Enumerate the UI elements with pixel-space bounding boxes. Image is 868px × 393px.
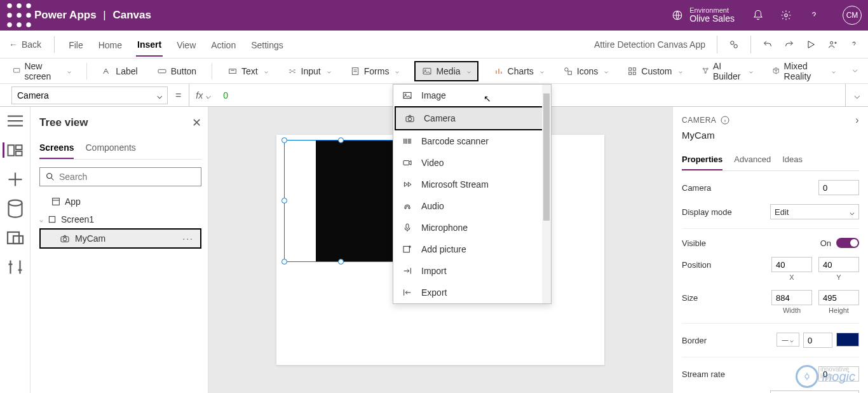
dropdown-scrollbar[interactable] <box>542 85 551 303</box>
menu-view[interactable]: View <box>175 32 197 56</box>
prop-border-style[interactable]: — ⌵ <box>776 333 799 347</box>
play-preview-icon[interactable] <box>806 39 816 50</box>
tree-item-mycam[interactable]: MyCam ··· <box>39 228 201 249</box>
rail-hamburger[interactable] <box>4 113 27 128</box>
chevron-down-icon[interactable]: ⌵ <box>205 90 210 100</box>
scrollbar-thumb[interactable] <box>543 93 550 221</box>
app-launcher-button[interactable] <box>6 0 32 31</box>
prop-border-color[interactable] <box>836 333 859 347</box>
resize-handle-n[interactable] <box>338 137 344 143</box>
brand-right: Canvas <box>113 9 151 21</box>
prop-stream-rate-input[interactable] <box>818 366 859 382</box>
redo-icon[interactable] <box>784 39 794 50</box>
divider <box>54 36 55 53</box>
svg-point-0 <box>7 3 12 8</box>
prop-camera-input[interactable] <box>818 180 859 195</box>
property-selector[interactable]: Camera ⌵ <box>11 86 168 104</box>
svg-rect-44 <box>406 224 409 228</box>
tab-screens[interactable]: Screens <box>39 136 74 159</box>
tab-ideas[interactable]: Ideas <box>782 149 803 170</box>
prop-size-height[interactable] <box>818 290 859 305</box>
charts-dropdown[interactable]: Charts <box>490 64 548 79</box>
forms-dropdown[interactable]: Forms <box>346 64 403 79</box>
prop-tooltip: Tooltip <box>682 390 859 393</box>
media-item-add-picture[interactable]: Add picture <box>393 238 551 260</box>
media-dropdown[interactable]: Media <box>414 61 478 81</box>
media-item-image[interactable]: Image <box>393 85 551 106</box>
back-button[interactable]: ← Back <box>9 39 41 50</box>
custom-dropdown[interactable]: Custom <box>623 64 686 79</box>
share-icon[interactable] <box>827 39 837 50</box>
media-item-stream[interactable]: Microsoft Stream <box>393 174 551 195</box>
rail-insert[interactable] <box>4 172 27 187</box>
rail-media[interactable] <box>4 230 27 245</box>
chevron-right-icon[interactable]: › <box>855 114 859 126</box>
more-menu-button[interactable]: ··· <box>182 233 194 244</box>
label-button[interactable]: Label <box>98 64 141 79</box>
divider <box>750 36 751 53</box>
menu-file[interactable]: File <box>67 32 85 56</box>
settings-gear-icon[interactable] <box>780 10 792 21</box>
screen-icon <box>13 66 20 76</box>
environment-picker[interactable]: Environment Olive Sales <box>672 6 735 24</box>
help-icon[interactable] <box>808 10 820 21</box>
prop-position-y[interactable] <box>818 257 859 272</box>
ai-builder-dropdown[interactable]: AI Builder <box>698 59 757 84</box>
tab-components[interactable]: Components <box>85 136 135 159</box>
prop-display-mode: Display mode Edit ⌵ <box>682 204 859 219</box>
media-item-import[interactable]: Import <box>393 260 551 282</box>
button-icon <box>157 66 167 76</box>
menu-settings[interactable]: Settings <box>250 32 285 56</box>
media-item-audio[interactable]: Audio <box>393 195 551 217</box>
rail-advanced-tools[interactable] <box>4 259 27 275</box>
resize-handle-sw[interactable] <box>281 259 287 265</box>
label-icon <box>102 66 112 76</box>
svg-rect-45 <box>403 246 409 252</box>
info-icon[interactable] <box>720 115 730 125</box>
camera-control-selection[interactable] <box>284 140 398 262</box>
text-dropdown[interactable]: Text <box>224 64 272 79</box>
media-item-export[interactable]: Export <box>393 282 551 303</box>
button-control-button[interactable]: Button <box>153 64 200 79</box>
chevron-down-icon: ⌵ <box>850 207 855 217</box>
formula-expand-button[interactable]: ⌵ <box>845 84 868 107</box>
prop-border-weight[interactable] <box>803 333 832 348</box>
rail-data[interactable] <box>4 201 27 216</box>
resize-handle-w[interactable] <box>281 198 287 203</box>
media-item-camera[interactable]: Camera ↖ <box>395 106 550 130</box>
tree-item-screen1[interactable]: ⌵ Screen1 <box>39 210 201 228</box>
tab-advanced[interactable]: Advanced <box>734 149 771 170</box>
menu-home[interactable]: Home <box>97 32 123 56</box>
input-dropdown[interactable]: Input <box>283 64 335 79</box>
tree-search-input[interactable] <box>59 172 196 182</box>
prop-size-width[interactable] <box>771 290 812 305</box>
app-icon <box>51 197 61 207</box>
tree-search[interactable] <box>39 167 201 186</box>
close-icon[interactable]: ✕ <box>192 116 201 130</box>
new-screen-button[interactable]: New screen <box>9 59 75 84</box>
user-avatar[interactable]: CM <box>843 6 862 25</box>
menu-insert[interactable]: Insert <box>136 32 163 57</box>
prop-visible-toggle[interactable] <box>836 238 859 248</box>
resize-handle-s[interactable] <box>338 259 344 265</box>
microphone-icon <box>402 223 412 233</box>
prop-position-x[interactable] <box>771 257 812 272</box>
prop-tooltip-input[interactable] <box>770 390 859 393</box>
media-item-barcode[interactable]: Barcode scanner <box>393 130 551 152</box>
help-icon[interactable] <box>849 39 859 50</box>
mixed-reality-dropdown[interactable]: Mixed Reality <box>768 59 839 84</box>
media-item-microphone[interactable]: Microphone <box>393 217 551 238</box>
app-checker-icon[interactable] <box>729 39 739 50</box>
menu-action[interactable]: Action <box>210 32 237 56</box>
notifications-icon[interactable] <box>752 10 764 21</box>
tab-properties[interactable]: Properties <box>682 149 722 170</box>
resize-handle-nw[interactable] <box>281 137 287 143</box>
prop-display-mode-select[interactable]: Edit ⌵ <box>770 204 859 219</box>
rail-tree-view[interactable] <box>3 142 25 158</box>
search-icon <box>45 172 55 182</box>
undo-icon[interactable] <box>763 39 773 50</box>
media-item-video[interactable]: Video <box>393 152 551 174</box>
icons-dropdown[interactable]: Icons <box>559 64 612 79</box>
tree-item-app[interactable]: App <box>39 193 201 210</box>
expand-chevron-icon[interactable] <box>851 66 859 76</box>
